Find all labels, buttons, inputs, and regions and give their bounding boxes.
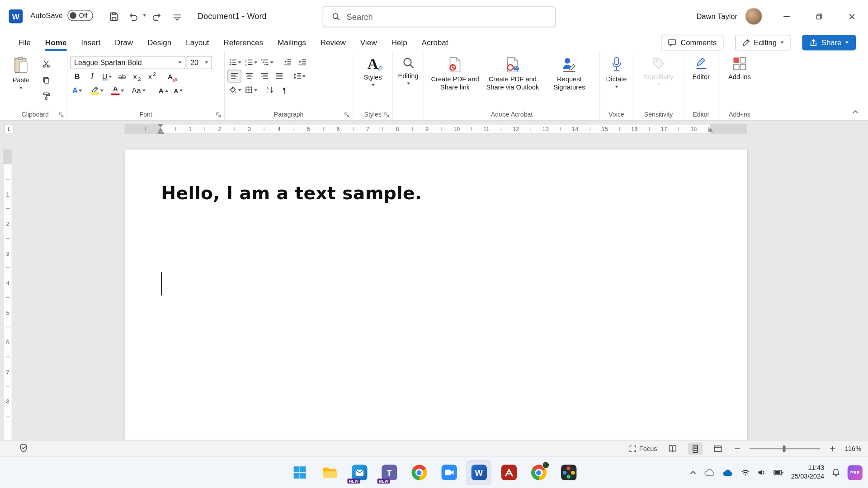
zoom-icon[interactable] [437,460,462,485]
zoom-level[interactable]: 116% [845,445,862,452]
borders-button[interactable] [244,84,259,96]
minimize-button[interactable] [770,0,802,33]
close-button[interactable] [835,0,868,33]
font-dialog-launcher[interactable] [215,112,221,117]
restore-button[interactable] [803,0,835,33]
share-button[interactable]: Share [802,35,856,50]
paragraph-dialog-launcher[interactable] [344,112,349,117]
line-spacing-button[interactable] [292,70,307,82]
decrease-indent-button[interactable] [280,56,294,69]
superscript-button[interactable]: x2 [145,70,159,83]
acrobat-icon[interactable] [496,460,521,485]
battery-icon[interactable] [774,469,784,476]
pinwheel-app-icon[interactable] [556,460,581,485]
focus-button[interactable]: Focus [628,445,657,452]
align-right-button[interactable] [257,70,271,82]
teams-icon[interactable]: T NEW [377,460,401,485]
customize-quick-access-button[interactable] [170,9,185,24]
chrome-profile-icon[interactable]: 1 [526,460,551,485]
undo-button[interactable] [125,9,141,24]
styles-dialog-launcher[interactable] [384,112,390,117]
font-size-combo[interactable]: 20 [187,56,212,69]
create-pdf-share-link-button[interactable]: Create PDF and Share link [427,55,483,92]
sort-button[interactable]: AZ [263,84,277,96]
premiere-elements-icon[interactable]: PRE [848,465,863,480]
tab-file[interactable]: File [11,33,38,52]
tab-draw[interactable]: Draw [108,33,140,52]
collapse-ribbon-button[interactable] [851,108,859,118]
hidden-icons-button[interactable] [689,469,697,476]
tab-review[interactable]: Review [313,33,353,52]
show-formatting-marks-button[interactable]: ¶ [278,84,292,96]
justify-button[interactable] [272,70,286,82]
undo-dropdown-arrow[interactable] [143,14,146,17]
underline-button[interactable]: U [100,70,114,83]
subscript-button[interactable]: x2 [130,70,144,83]
grow-font-button[interactable]: A [156,84,170,97]
clipboard-dialog-launcher[interactable] [58,112,64,117]
request-signatures-button[interactable]: Request Signatures [542,55,597,92]
notifications-button[interactable] [831,468,840,477]
web-layout-button[interactable] [711,442,725,455]
bold-button[interactable]: B [71,70,85,83]
taskbar-clock[interactable]: 11:43 25/03/2024 [791,464,825,481]
font-name-combo[interactable]: League Spartan Bold [71,56,186,69]
dictate-button[interactable]: Dictate [603,55,630,88]
tab-design[interactable]: Design [140,33,179,52]
outlook-icon[interactable]: NEW [347,460,372,485]
change-case-button[interactable]: Aa [131,84,146,97]
tab-selector[interactable]: L [5,124,14,133]
left-indent-marker[interactable] [157,132,163,134]
copy-button[interactable] [39,74,53,86]
tab-home[interactable]: Home [38,33,74,52]
onedrive-icon[interactable] [722,469,733,476]
word-logo-icon[interactable]: W [9,9,23,23]
italic-button[interactable]: I [85,70,99,83]
zoom-slider-thumb[interactable] [783,445,786,452]
styles-button[interactable]: A Styles [356,55,389,86]
start-button[interactable] [287,460,312,485]
volume-icon[interactable] [757,469,766,476]
addins-button[interactable]: Add-ins [722,55,757,81]
text-effects-button[interactable]: A [71,84,85,97]
user-avatar[interactable] [745,8,762,25]
tab-view[interactable]: View [353,33,384,52]
clear-formatting-button[interactable]: A [165,70,179,83]
shading-button[interactable] [227,84,242,96]
comments-button[interactable]: Comments [661,35,723,50]
tab-help[interactable]: Help [384,33,414,52]
file-explorer-icon[interactable] [317,460,342,485]
first-line-indent-marker[interactable] [157,124,163,128]
tab-acrobat[interactable]: Acrobat [415,33,456,52]
hanging-indent-marker[interactable] [157,128,163,132]
word-taskbar-icon[interactable]: W [467,460,491,485]
numbering-button[interactable]: 123 [244,56,259,69]
format-painter-button[interactable] [39,89,53,102]
align-left-button[interactable] [227,70,241,82]
document-page[interactable]: Hello, I am a text sample. [125,150,748,440]
zoom-out-button[interactable] [734,445,741,452]
search-input[interactable] [347,12,547,21]
tab-references[interactable]: References [217,33,271,52]
tab-layout[interactable]: Layout [179,33,216,52]
strikethrough-button[interactable]: ab [115,70,129,83]
paste-button[interactable]: Paste [6,55,36,89]
increase-indent-button[interactable] [295,56,309,69]
save-button[interactable] [106,9,122,24]
editor-button[interactable]: Editor [687,55,715,81]
read-mode-button[interactable] [665,442,680,455]
highlight-button[interactable] [90,84,104,97]
accessibility-checker-button[interactable] [19,443,28,454]
multilevel-list-button[interactable] [259,56,274,69]
font-color-button[interactable]: A [110,84,125,97]
chrome-icon[interactable] [406,460,431,485]
align-center-button[interactable] [242,70,256,82]
tab-insert[interactable]: Insert [74,33,108,52]
bullets-button[interactable] [227,56,242,69]
zoom-slider[interactable] [750,448,821,449]
redo-button[interactable] [150,9,165,24]
cloud-sync-icon[interactable] [704,469,715,476]
create-pdf-outlook-button[interactable]: Create PDF and Share via Outlook [484,55,541,92]
autosave-toggle[interactable]: Off [67,10,93,21]
wifi-icon[interactable] [741,469,750,476]
